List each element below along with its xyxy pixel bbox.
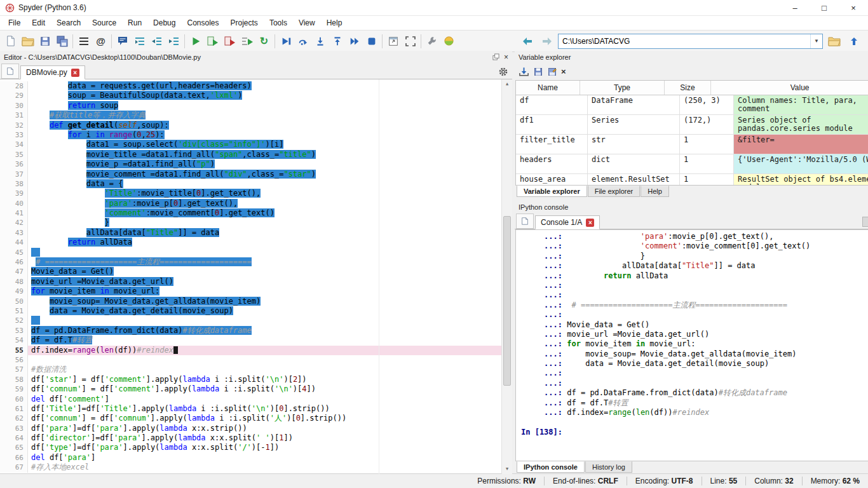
- run-cell-icon[interactable]: [204, 32, 221, 50]
- parent-directory-icon[interactable]: [845, 32, 862, 50]
- menu-file[interactable]: File: [3, 17, 26, 29]
- variable-row[interactable]: headersdict1{'User-Agent':'Mozilla/5.0 (…: [516, 154, 868, 174]
- code-line[interactable]: 50 movie_soup= Movie_data.get_alldata(mo…: [0, 297, 512, 306]
- fix-indentation-icon[interactable]: [131, 32, 148, 50]
- column-size[interactable]: Size: [665, 81, 711, 95]
- code-line[interactable]: 34 data1 = soup.select('div[class="info"…: [0, 140, 512, 149]
- code-line[interactable]: 33 for i in range(0,25):: [0, 130, 512, 140]
- open-file-icon[interactable]: [19, 32, 36, 50]
- code-line[interactable]: 60del df['comment']: [0, 395, 512, 404]
- code-line[interactable]: 63df['para']=df['para'].apply(lambda x:x…: [0, 424, 512, 433]
- tab-ipython-console[interactable]: IPython console: [517, 461, 585, 473]
- code-line[interactable]: 62df['comnum'] = df['comnum'].apply(lamb…: [0, 414, 512, 423]
- unindent-icon[interactable]: [148, 32, 165, 50]
- minimize-button[interactable]: –: [780, 0, 810, 15]
- tab-file-explorer[interactable]: File explorer: [588, 186, 641, 197]
- code-line[interactable]: 52: [0, 316, 512, 325]
- tools-icon[interactable]: [423, 32, 440, 50]
- editor-options-icon[interactable]: [498, 67, 508, 77]
- code-line[interactable]: 51 data = Movie_data.get_detail(movie_so…: [0, 306, 512, 316]
- save-icon[interactable]: [36, 32, 53, 50]
- tab-variable-explorer[interactable]: Variable explorer: [517, 186, 587, 197]
- code-line[interactable]: 39 'Title':movie_title[0].get_text(),: [0, 189, 512, 198]
- variable-row[interactable]: dfDataFrame(250, 3)Column names: Title, …: [516, 95, 868, 115]
- run-again-icon[interactable]: ↻: [255, 32, 273, 50]
- menu-edit[interactable]: Edit: [26, 17, 51, 29]
- code-line[interactable]: 66del df['para']: [0, 453, 512, 463]
- code-line[interactable]: 47Movie_data = Get(): [0, 267, 512, 276]
- stop-icon[interactable]: [363, 32, 380, 50]
- find-symbols-icon[interactable]: @: [92, 32, 109, 50]
- rerun-cell-icon[interactable]: [221, 32, 238, 50]
- menu-view[interactable]: View: [293, 17, 321, 29]
- code-area[interactable]: 28 data = requests.get(url,headers=heade…: [0, 79, 512, 474]
- code-line[interactable]: 32 def get_detail(self,soup):: [0, 121, 512, 130]
- variable-row[interactable]: filter_titlestr1&filter=: [516, 135, 868, 154]
- code-line[interactable]: 45: [0, 248, 512, 257]
- close-pane-icon[interactable]: ×: [504, 54, 508, 60]
- menu-help[interactable]: Help: [321, 17, 348, 29]
- plugin-icon[interactable]: [440, 32, 458, 50]
- code-line[interactable]: 38 data = {: [0, 179, 512, 189]
- close-tab-icon[interactable]: ×: [586, 219, 594, 227]
- code-line[interactable]: 49for movie_item in movie_url:: [0, 287, 512, 296]
- comment-icon[interactable]: [114, 32, 131, 50]
- forward-icon[interactable]: [538, 32, 555, 50]
- code-line[interactable]: 46 # ====================主流程============…: [0, 257, 512, 267]
- variable-row[interactable]: house_areaelement.ResultSet1ResultSet ob…: [516, 174, 868, 186]
- menu-tools[interactable]: Tools: [264, 17, 293, 29]
- maximize-pane-icon[interactable]: [384, 32, 402, 50]
- code-line[interactable]: 35 movie_title =data1.find_all("span",cl…: [0, 150, 512, 159]
- code-line[interactable]: 41 'comment':movie_comment[0].get_text(): [0, 208, 512, 218]
- import-data-icon[interactable]: [519, 67, 529, 77]
- debug-icon[interactable]: [277, 32, 294, 50]
- indent-icon[interactable]: [165, 32, 182, 50]
- code-line[interactable]: 42 }: [0, 218, 512, 227]
- variable-value[interactable]: Series object of pandas.core.series modu…: [734, 115, 868, 134]
- code-line[interactable]: 31 #获取title等，并存入字典: [0, 111, 512, 120]
- save-all-icon[interactable]: [53, 32, 71, 50]
- combobox-dropdown-icon[interactable]: ▼: [810, 34, 822, 48]
- working-directory-input[interactable]: [559, 37, 810, 46]
- code-line[interactable]: 65df['type']=df['para'].apply(lambda x:x…: [0, 443, 512, 452]
- code-line[interactable]: 37 movie_comment =data1.find_all("div",c…: [0, 170, 512, 179]
- menu-run[interactable]: Run: [122, 17, 147, 29]
- column-type[interactable]: Type: [580, 81, 665, 95]
- tab-dbmovie[interactable]: DBMovie.py ×: [20, 65, 85, 79]
- console-menu-icon[interactable]: [862, 217, 868, 227]
- working-directory-combobox[interactable]: ▼: [558, 34, 823, 49]
- code-line[interactable]: 54df = df.T#转置: [0, 336, 512, 345]
- menu-search[interactable]: Search: [51, 17, 86, 29]
- code-line[interactable]: 44 return allData: [0, 238, 512, 247]
- new-file-icon[interactable]: [2, 32, 19, 50]
- code-line[interactable]: 43 allData[data["Title"]] = data: [0, 228, 512, 238]
- code-line[interactable]: 28 data = requests.get(url,headers=heade…: [0, 81, 512, 91]
- variable-value[interactable]: Column names: Title, para, comment: [734, 95, 868, 114]
- browse-tabs-icon[interactable]: [516, 214, 534, 229]
- step-into-icon[interactable]: [311, 32, 329, 50]
- menu-debug[interactable]: Debug: [147, 17, 181, 29]
- scroll-up-icon[interactable]: ▲: [502, 79, 512, 89]
- browse-directory-icon[interactable]: [825, 32, 843, 50]
- reset-namespace-icon[interactable]: ×: [561, 67, 566, 76]
- code-line[interactable]: 56: [0, 355, 512, 365]
- maximize-button[interactable]: □: [810, 0, 839, 15]
- code-line[interactable]: 64df['director']=df['para'].apply(lambda…: [0, 433, 512, 443]
- variable-row[interactable]: df1Series(172,)Series object of pandas.c…: [516, 115, 868, 135]
- code-line[interactable]: 30 return soup: [0, 101, 512, 111]
- close-button[interactable]: ×: [839, 0, 868, 15]
- code-line[interactable]: 67#存入本地excel: [0, 463, 512, 472]
- run-icon[interactable]: [187, 32, 204, 50]
- step-over-icon[interactable]: [294, 32, 311, 50]
- code-line[interactable]: 61df['Title']=df['Title'].apply(lambda i…: [0, 404, 512, 414]
- tab-console-1a[interactable]: Console 1/A ×: [535, 215, 600, 229]
- code-line[interactable]: 58df['star'] = df['comment'].apply(lambd…: [0, 375, 512, 384]
- variable-value[interactable]: {'User-Agent':'Mozilla/5.0 (Win…: [734, 154, 868, 173]
- close-tab-icon[interactable]: ×: [71, 69, 79, 77]
- code-line[interactable]: 29 soup = BeautifulSoup(data.text,'lxml'…: [0, 91, 512, 100]
- column-value[interactable]: Value: [711, 81, 868, 95]
- step-return-icon[interactable]: [329, 32, 346, 50]
- browse-tabs-icon[interactable]: [1, 64, 19, 79]
- code-line[interactable]: 40 'para':movie_p[0].get_text(),: [0, 199, 512, 208]
- save-data-as-icon[interactable]: [547, 67, 557, 77]
